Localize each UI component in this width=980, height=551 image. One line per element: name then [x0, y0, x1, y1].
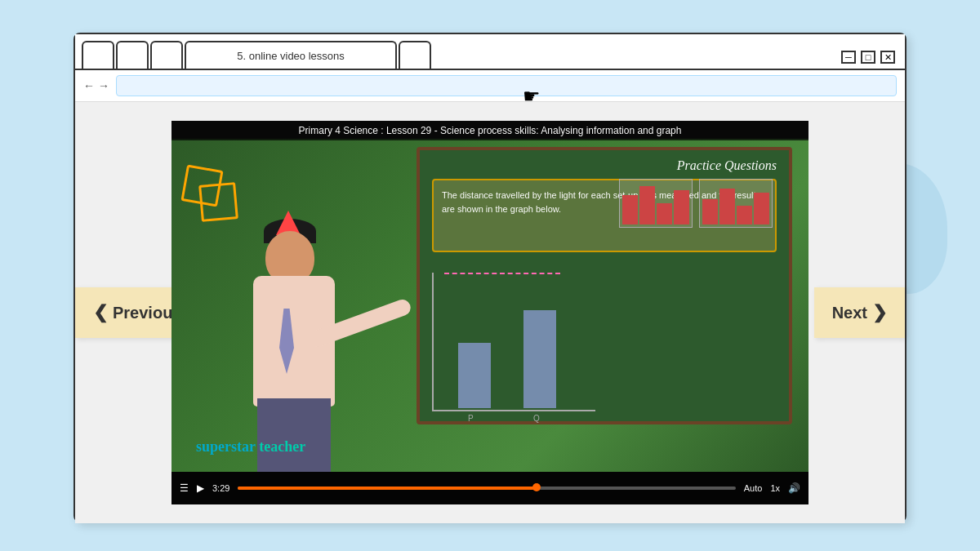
charts-area: P Q [432, 256, 777, 411]
mini-bar-5 [702, 199, 718, 224]
minimize-button[interactable]: ─ [841, 51, 856, 64]
video-player: Primary 4 Science : Lesson 29 - Science … [172, 121, 808, 504]
browser-tab-2[interactable] [116, 41, 149, 69]
browser-tab-3[interactable] [150, 41, 183, 69]
mini-bar-6 [719, 189, 735, 224]
video-title: Primary 4 Science : Lesson 29 - Science … [299, 125, 682, 136]
teacher-pants [257, 398, 331, 472]
bar-q [523, 310, 556, 408]
forward-arrow-icon[interactable]: → [98, 79, 109, 92]
practice-questions-title: Practice Questions [677, 158, 777, 173]
watermark-part2: teacher [259, 438, 305, 455]
window-controls: ─ □ ✕ [841, 51, 898, 69]
browser-tab-5[interactable] [399, 41, 431, 69]
teacher-body [245, 243, 343, 472]
x-label-q: Q [533, 414, 540, 423]
watermark: superstar teacher [196, 438, 305, 455]
browser-window: 5. online video lessons ─ □ ✕ ← → ☛ [74, 33, 906, 522]
mini-chart-2 [699, 179, 773, 228]
browser-nav-arrows: ← → [83, 79, 109, 92]
x-label-p: P [468, 414, 474, 423]
bar-p [458, 343, 491, 408]
browser-toolbar: ← → [75, 70, 905, 102]
mini-chart-1 [619, 179, 693, 228]
active-tab-label: 5. online video lessons [237, 50, 345, 62]
progress-fill [238, 487, 537, 490]
video-timestamp: 3:29 [212, 483, 229, 493]
address-bar[interactable] [116, 75, 897, 96]
next-button[interactable]: Next ❯ [814, 287, 905, 338]
video-scene: Practice Questions The distance travelle… [172, 139, 808, 472]
maximize-button[interactable]: □ [861, 51, 875, 64]
video-title-bar: Primary 4 Science : Lesson 29 - Science … [172, 121, 808, 140]
teacher-figure [220, 194, 384, 472]
mini-bar-4 [674, 190, 689, 224]
video-speed: 1x [770, 483, 780, 493]
menu-button[interactable]: ☰ [180, 482, 189, 494]
play-button[interactable]: ▶ [197, 482, 204, 494]
mini-bar-1 [622, 195, 638, 224]
mini-bar-7 [737, 206, 752, 224]
prev-arrow-icon: ❮ [93, 302, 108, 323]
dashed-line [444, 273, 560, 274]
progress-thumb[interactable] [532, 483, 541, 491]
next-arrow-icon: ❯ [872, 302, 887, 323]
back-arrow-icon[interactable]: ← [83, 79, 95, 92]
browser-tab-1[interactable] [82, 41, 114, 69]
volume-button[interactable]: 🔊 [788, 482, 800, 494]
browser-tab-active[interactable]: 5. online video lessons [185, 41, 397, 69]
next-label: Next [832, 304, 867, 322]
close-button[interactable]: ✕ [880, 51, 895, 64]
mini-bar-8 [754, 193, 769, 224]
mini-bar-2 [639, 186, 655, 224]
video-quality: Auto [744, 483, 763, 493]
mini-charts-area [619, 179, 773, 228]
main-bar-chart: P Q [432, 273, 595, 411]
browser-content: ❮ Previous Primary 4 Science : Lesson 29… [75, 102, 905, 523]
blackboard: Practice Questions The distance travelle… [416, 147, 792, 424]
mini-bar-3 [657, 203, 672, 224]
browser-titlebar: 5. online video lessons ─ □ ✕ [75, 34, 905, 70]
progress-bar[interactable] [238, 487, 735, 490]
video-controls[interactable]: ☰ ▶ 3:29 Auto 1x 🔊 [172, 472, 808, 504]
watermark-part1: superstar [196, 438, 256, 455]
